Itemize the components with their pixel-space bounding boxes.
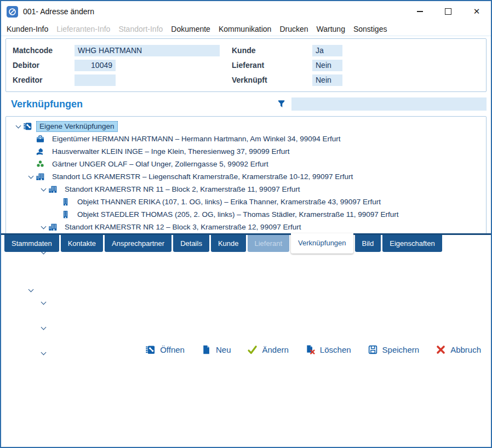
lieferant-label: Lieferant bbox=[232, 60, 312, 71]
site-icon bbox=[48, 185, 58, 194]
rolodex-icon bbox=[23, 122, 32, 131]
filter-button[interactable] bbox=[277, 99, 287, 110]
site-icon bbox=[36, 172, 45, 181]
menu-bar: Kunden-InfoLieferanten-InfoStandort-Info… bbox=[1, 22, 491, 36]
new-button-label: Neu bbox=[216, 345, 231, 354]
change-button-label: Ändern bbox=[262, 345, 288, 354]
kreditor-label: Kreditor bbox=[13, 74, 75, 86]
tree-item-label: Standort LG KRAMERSTR – Liegenschaft Kra… bbox=[49, 171, 356, 182]
tab-verknuepfungen[interactable]: Verknüpfungen bbox=[291, 233, 353, 254]
tree-item-label: Standort KRAMERSTR NR 12 – Block 3, Kram… bbox=[61, 222, 304, 233]
tab-bild[interactable]: Bild bbox=[355, 235, 381, 252]
address-summary-panel: Matchcode Kunde Debitor Lieferant Kredit… bbox=[5, 38, 487, 92]
tab-eigenschaften[interactable]: Eigenschaften bbox=[382, 235, 442, 252]
open-button-label: Öffnen bbox=[160, 345, 185, 354]
tab-lieferant: Lieferant bbox=[248, 235, 290, 252]
menu-item-kunden-info[interactable]: Kunden-Info bbox=[7, 25, 48, 33]
menu-item-sonstiges[interactable]: Sonstiges bbox=[353, 25, 387, 33]
unit-icon bbox=[61, 197, 70, 206]
tab-kunde[interactable]: Kunde bbox=[211, 235, 246, 252]
maximize-button[interactable] bbox=[434, 1, 462, 22]
floppy-icon bbox=[368, 344, 378, 355]
app-icon bbox=[7, 6, 18, 18]
window-title: 001- Adresse ändern bbox=[23, 7, 94, 16]
tree-item-label: Objekt STAEDLER THOMAS (205, 2. OG, link… bbox=[74, 209, 402, 220]
kunde-label: Kunde bbox=[232, 45, 312, 56]
doc-x-icon bbox=[305, 344, 316, 355]
cancel-button-label: Abbruch bbox=[450, 345, 481, 354]
filter-input[interactable] bbox=[291, 97, 487, 111]
tree-item-label: Eigene Verknüpfungen bbox=[36, 121, 118, 132]
delete-button[interactable]: Löschen bbox=[305, 344, 351, 355]
verknuepft-label: Verknüpft bbox=[232, 74, 312, 86]
content-area: Matchcode Kunde Debitor Lieferant Kredit… bbox=[1, 36, 491, 233]
tree-item[interactable]: Hausverwalter KLEIN INGE – Inge Klein, T… bbox=[6, 145, 486, 158]
tree-item[interactable]: Standort LG KRAMERSTR – Liegenschaft Kra… bbox=[6, 170, 486, 183]
new-button[interactable]: Neu bbox=[201, 344, 231, 355]
tree-item-label: Standort KRAMERSTR NR 11 – Block 2, Kram… bbox=[61, 184, 303, 195]
chevron-down-icon[interactable] bbox=[39, 226, 48, 228]
tree-item[interactable]: Standort KRAMERSTR NR 12 – Block 3, Kram… bbox=[6, 221, 486, 233]
links-section-header: Verknüpfungen bbox=[5, 92, 487, 116]
tree-item[interactable]: Gärtner UNGER OLAF – Olaf Unger, Zollern… bbox=[6, 158, 486, 170]
maximize-icon bbox=[445, 8, 451, 15]
tab-stammdaten[interactable]: Stammdaten bbox=[4, 235, 59, 252]
menu-item-kommunikation[interactable]: Kommunikation bbox=[219, 25, 272, 33]
chevron-down-icon[interactable] bbox=[14, 125, 23, 128]
filter-icon bbox=[277, 99, 286, 109]
chevron-down-icon[interactable] bbox=[26, 176, 36, 178]
tree-item-label: Objekt THANNER ERIKA (107, 1. OG, links)… bbox=[74, 197, 384, 208]
minimize-button[interactable] bbox=[405, 1, 434, 22]
cancel-button[interactable]: Abbruch bbox=[436, 344, 481, 355]
save-button-label: Speichern bbox=[382, 345, 420, 354]
tree-item[interactable]: Eigene Verknüpfungen bbox=[6, 120, 486, 133]
group-icon bbox=[36, 159, 45, 169]
save-button[interactable]: Speichern bbox=[368, 344, 420, 355]
tree-item[interactable]: Standort KRAMERSTR NR 11 – Block 2, Kram… bbox=[6, 183, 486, 196]
change-button[interactable]: Ändern bbox=[247, 344, 288, 355]
delete-button-label: Löschen bbox=[320, 345, 351, 354]
window: 001- Adresse ändern ✕ Kunden-InfoLiefera… bbox=[0, 0, 492, 448]
verknuepft-field[interactable] bbox=[312, 74, 342, 86]
matchcode-field[interactable] bbox=[75, 45, 220, 56]
tree-item-label: Hausverwalter KLEIN INGE – Inge Klein, T… bbox=[49, 146, 293, 157]
title-bar: 001- Adresse ändern ✕ bbox=[1, 1, 491, 22]
window-controls: ✕ bbox=[405, 1, 491, 22]
menu-item-wartung[interactable]: Wartung bbox=[317, 25, 345, 33]
menu-item-dokumente[interactable]: Dokumente bbox=[171, 25, 210, 33]
briefcase-icon bbox=[36, 134, 45, 143]
menu-item-lieferanten-info: Lieferanten-Info bbox=[56, 25, 110, 33]
kunde-field[interactable] bbox=[312, 45, 342, 56]
tree-item[interactable]: Eigentümer HERMANN HARTMANN – Hermann Ha… bbox=[6, 133, 486, 145]
tree-item[interactable]: Objekt THANNER ERIKA (107, 1. OG, links)… bbox=[6, 196, 486, 208]
tab-bar: StammdatenKontakteAnsprechpartnerDetails… bbox=[1, 233, 491, 252]
close-button[interactable]: ✕ bbox=[462, 1, 491, 22]
debitor-label: Debitor bbox=[13, 60, 75, 71]
tree-item-label: Gärtner UNGER OLAF – Olaf Unger, Zollern… bbox=[49, 159, 272, 170]
open-button[interactable]: Öffnen bbox=[145, 344, 185, 355]
minimize-icon bbox=[417, 11, 423, 12]
unit-icon bbox=[61, 210, 70, 219]
tab-details[interactable]: Details bbox=[173, 235, 209, 252]
debitor-field[interactable] bbox=[75, 60, 116, 71]
tab-kontakte[interactable]: Kontakte bbox=[61, 235, 103, 252]
rolodex-icon bbox=[145, 344, 156, 355]
menu-item-standort-info: Standort-Info bbox=[118, 25, 163, 33]
site-icon bbox=[48, 222, 58, 232]
doc-icon bbox=[201, 344, 211, 355]
links-section-title: Verknüpfungen bbox=[11, 99, 83, 110]
kreditor-field[interactable] bbox=[75, 74, 116, 86]
lieferant-field[interactable] bbox=[312, 60, 342, 71]
hand-house-icon bbox=[36, 147, 45, 156]
tree-item[interactable]: Objekt STAEDLER THOMAS (205, 2. OG, link… bbox=[6, 208, 486, 221]
chevron-down-icon[interactable] bbox=[39, 188, 48, 191]
matchcode-label: Matchcode bbox=[13, 45, 75, 56]
action-toolbar: ÖffnenNeuÄndernLöschenSpeichernAbbruch bbox=[1, 252, 491, 447]
close-icon: ✕ bbox=[473, 7, 480, 16]
menu-item-drucken[interactable]: Drucken bbox=[279, 25, 308, 33]
tree-item-label: Eigentümer HERMANN HARTMANN – Hermann Ha… bbox=[49, 134, 344, 145]
check-icon bbox=[247, 344, 258, 355]
tab-ansprechpartner[interactable]: Ansprechpartner bbox=[105, 235, 171, 252]
xmark-icon bbox=[436, 344, 446, 355]
